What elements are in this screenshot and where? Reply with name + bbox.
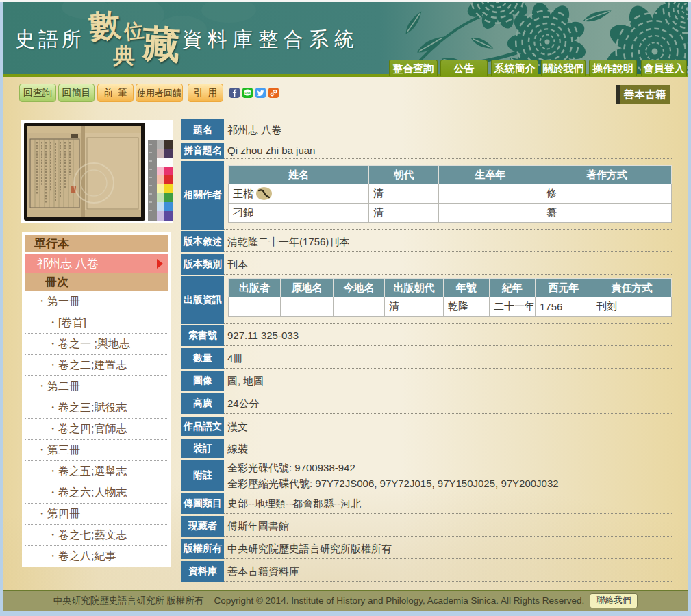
svg-text:LINE: LINE <box>244 92 251 95</box>
